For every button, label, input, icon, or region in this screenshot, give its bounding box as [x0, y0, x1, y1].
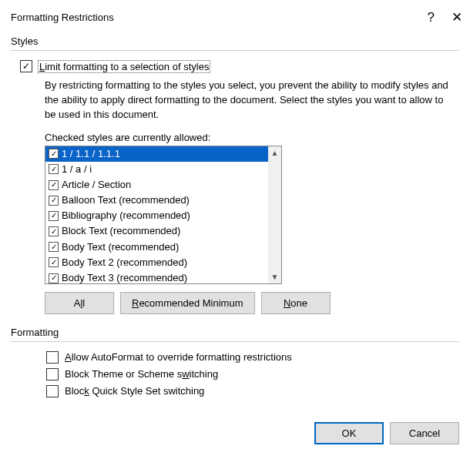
list-label: Checked styles are currently allowed: [45, 132, 459, 143]
allow-autoformat-checkbox[interactable] [46, 351, 59, 364]
list-item[interactable]: Article / Section [45, 177, 268, 193]
scroll-down-icon[interactable]: ▼ [268, 270, 281, 283]
dialog-title: Formatting Restrictions [11, 12, 114, 23]
block-theme-checkbox[interactable] [46, 368, 59, 380]
list-item[interactable]: Bibliography (recommended) [45, 208, 268, 223]
restriction-description: By restricting formatting to the styles … [45, 79, 453, 122]
list-item[interactable]: 1 / a / i [45, 162, 268, 177]
item-checkbox[interactable] [49, 196, 59, 206]
ok-button[interactable]: OK [314, 422, 384, 444]
styles-list-items[interactable]: 1 / 1.1 / 1.1.1 1 / a / i Article / Sect… [45, 146, 268, 283]
list-item[interactable]: Block Text (recommended) [45, 223, 268, 239]
list-item[interactable]: Body Text 2 (recommended) [45, 255, 268, 270]
limit-formatting-checkbox[interactable] [20, 60, 32, 72]
formatting-group-label: Formatting [11, 327, 459, 338]
styles-group-label: Styles [11, 35, 459, 47]
scroll-up-icon[interactable]: ▲ [268, 146, 281, 159]
item-checkbox[interactable] [49, 149, 59, 159]
item-checkbox[interactable] [49, 242, 59, 252]
close-icon[interactable]: ✕ [452, 11, 462, 24]
item-checkbox[interactable] [49, 211, 59, 221]
block-quick-style-checkbox[interactable] [46, 385, 59, 397]
item-checkbox[interactable] [49, 257, 59, 267]
list-item[interactable]: Body Text 3 (recommended) [45, 270, 268, 283]
list-item[interactable]: Balloon Text (recommended) [45, 193, 268, 208]
styles-listbox[interactable]: 1 / 1.1 / 1.1.1 1 / a / i Article / Sect… [45, 146, 282, 284]
recommended-minimum-button[interactable]: Recommended Minimum [120, 292, 255, 314]
help-icon[interactable]: ? [428, 11, 435, 24]
allow-autoformat-row[interactable]: Allow AutoFormat to override formatting … [46, 351, 459, 364]
item-checkbox[interactable] [49, 273, 59, 283]
scrollbar[interactable]: ▲ ▼ [268, 146, 281, 283]
block-theme-row[interactable]: Block Theme or Scheme switching [46, 368, 459, 380]
window-controls: ? ✕ [428, 11, 462, 24]
block-quick-style-row[interactable]: Block Quick Style Set switching [46, 385, 459, 397]
item-checkbox[interactable] [49, 164, 59, 174]
list-item[interactable]: 1 / 1.1 / 1.1.1 [45, 146, 268, 162]
none-button[interactable]: None [261, 292, 331, 314]
limit-formatting-row[interactable]: Limit formatting to a selection of style… [20, 60, 459, 72]
formatting-divider [11, 341, 459, 342]
cancel-button[interactable]: Cancel [390, 422, 459, 444]
styles-divider [11, 50, 459, 51]
titlebar: Formatting Restrictions ? ✕ [0, 0, 470, 29]
item-checkbox[interactable] [49, 226, 59, 236]
item-checkbox[interactable] [49, 180, 59, 190]
limit-formatting-label: Limit formatting to a selection of style… [39, 61, 210, 72]
all-button[interactable]: All [45, 292, 114, 314]
block-theme-label: Block Theme or Scheme switching [65, 368, 218, 380]
allow-autoformat-label: Allow AutoFormat to override formatting … [65, 351, 292, 363]
block-quick-style-label: Block Quick Style Set switching [65, 385, 204, 397]
list-item[interactable]: Body Text (recommended) [45, 240, 268, 255]
